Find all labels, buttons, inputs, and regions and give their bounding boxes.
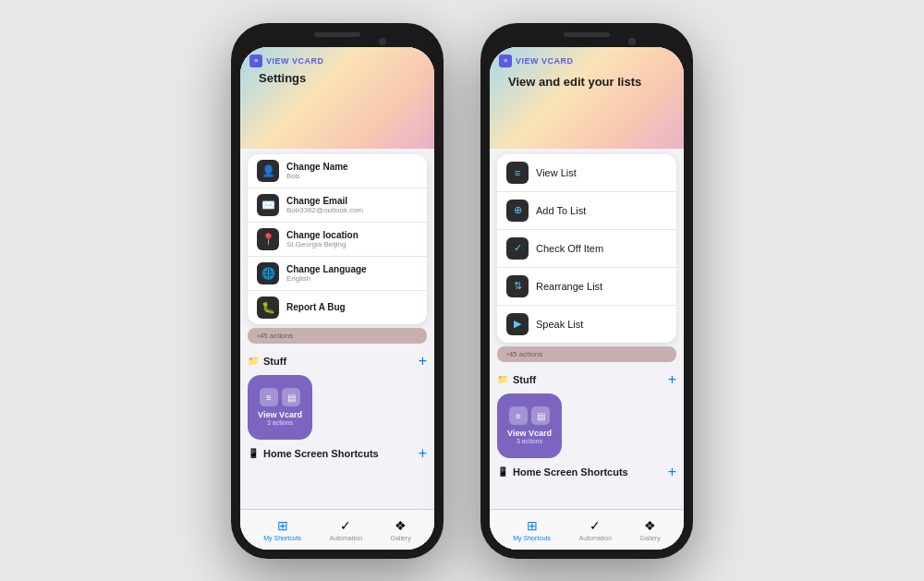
tab-label-shortcuts-1: My Shortcuts [263, 535, 301, 541]
home-plus-1[interactable]: + [419, 445, 427, 462]
list-item-rearrange[interactable]: ⇅ Rearrange List [497, 268, 676, 306]
vcard-label-1: VIEW VCARD [266, 56, 324, 66]
tab-my-shortcuts-2[interactable]: ⊞ My Shortcuts [513, 518, 551, 541]
phone-1-screen: ≡ VIEW VCARD Settings 👤 Change Name Bob [240, 47, 434, 550]
more-actions-2[interactable]: ›45 actions [497, 346, 676, 362]
stuff-plus-2[interactable]: + [668, 371, 676, 388]
automation-icon-2: ✓ [590, 518, 601, 533]
gallery-icon-2: ❖ [644, 518, 656, 533]
vcard-badge-1: ≡ VIEW VCARD [249, 54, 425, 67]
rearrange-title: Rearrange List [536, 281, 602, 292]
language-icon: 🌐 [257, 262, 279, 284]
automation-icon-1: ✓ [340, 518, 351, 533]
phone-2-camera [628, 38, 636, 45]
stuff-plus-1[interactable]: + [419, 353, 427, 369]
change-location-title: Change location [286, 230, 359, 240]
list-items: ≡ View List ⊕ Add To List ✓ Check Off It… [497, 154, 676, 343]
stuff-folder-icon-1: 📁 [248, 356, 259, 366]
phone-2-speaker [564, 32, 610, 37]
vcard-label-2: VIEW VCARD [516, 56, 574, 66]
settings-item-email[interactable]: ✉️ Change Email Bob3362@outlook.com [248, 188, 427, 223]
tab-label-automation-1: Automation [330, 535, 362, 541]
check-off-icon: ✓ [506, 237, 529, 260]
change-name-subtitle: Bob [286, 172, 348, 180]
stuff-folder-icon-2: 📁 [497, 374, 508, 384]
settings-item-language[interactable]: 🌐 Change Language English [248, 257, 427, 291]
card-subtitle-2: 3 actions [507, 438, 552, 444]
contact-icon-card-2: ▤ [531, 406, 550, 425]
speak-title: Speak List [536, 319, 583, 330]
tab-gallery-2[interactable]: ❖ Gallery [640, 518, 661, 541]
bug-icon: 🐛 [257, 297, 279, 319]
view-edit-title: View and edit your lists [499, 71, 675, 89]
phone-1-content: ≡ VIEW VCARD Settings 👤 Change Name Bob [240, 47, 434, 550]
tab-label-gallery-1: Gallery [391, 535, 411, 541]
list-item-speak[interactable]: ▶ Speak List [497, 306, 676, 343]
phone-2: ≡ VIEW VCARD View and edit your lists ≡ … [480, 23, 693, 559]
tab-automation-1[interactable]: ✓ Automation [330, 518, 362, 541]
phone-2-content: ≡ VIEW VCARD View and edit your lists ≡ … [490, 47, 684, 550]
contact-icon-card-1: ▤ [282, 388, 300, 406]
list-item-check-off[interactable]: ✓ Check Off Item [497, 230, 676, 268]
add-to-list-icon: ⊕ [506, 200, 529, 222]
rearrange-icon: ⇅ [506, 275, 529, 297]
stuff-title-1: Stuff [263, 356, 286, 367]
home-shortcuts-title-2: Home Screen Shortcuts [513, 466, 628, 478]
gradient-header-1: ≡ VIEW VCARD Settings [240, 47, 434, 149]
phone-notch [300, 32, 374, 43]
change-name-title: Change Name [286, 162, 348, 172]
phone-2-notch [550, 32, 624, 43]
more-actions-1[interactable]: ›45 actions [248, 328, 427, 344]
my-shortcuts-icon-1: ⊞ [277, 518, 288, 533]
change-language-title: Change Language [286, 264, 367, 274]
change-language-subtitle: English [286, 274, 367, 283]
settings-item-location[interactable]: 📍 Change location St.Georgia Beijing [248, 223, 427, 257]
check-off-title: Check Off Item [536, 243, 603, 254]
tab-label-gallery-2: Gallery [640, 535, 661, 541]
person-icon: 👤 [257, 160, 279, 182]
tab-bar-1: ⊞ My Shortcuts ✓ Automation ❖ Gallery [240, 509, 434, 550]
tab-bar-2: ⊞ My Shortcuts ✓ Automation ❖ Gallery [490, 509, 684, 550]
settings-item-name[interactable]: 👤 Change Name Bob [248, 154, 427, 188]
home-shortcuts-title-1: Home Screen Shortcuts [263, 448, 379, 459]
email-icon: ✉️ [257, 194, 279, 216]
speak-icon: ▶ [506, 313, 529, 335]
vcard-icon-2: ≡ [499, 54, 512, 67]
settings-list: 👤 Change Name Bob ✉️ Change Email Bob336… [248, 154, 427, 324]
stuff-title-2: Stuff [513, 374, 536, 385]
view-vcard-card-2[interactable]: ≡ ▤ View Vcard 3 actions [497, 393, 562, 458]
phone-speaker [314, 32, 360, 37]
home-shortcuts-2: 📱 Home Screen Shortcuts + [490, 460, 684, 490]
tab-label-automation-2: Automation [579, 535, 612, 541]
add-to-list-title: Add To List [536, 205, 586, 216]
shortcut-cards-2: ≡ ▤ View Vcard 3 actions [497, 393, 676, 458]
view-list-title: View List [536, 167, 577, 178]
home-shortcuts-1: 📱 Home Screen Shortcuts + [240, 442, 434, 471]
home-icon-2: 📱 [497, 466, 508, 477]
list-item-add-to-list[interactable]: ⊕ Add To List [497, 192, 676, 230]
tab-my-shortcuts-1[interactable]: ⊞ My Shortcuts [263, 518, 301, 541]
shortcut-cards-1: ≡ ▤ View Vcard 3 actions [248, 375, 427, 440]
list-item-view-list[interactable]: ≡ View List [497, 154, 676, 192]
tab-gallery-1[interactable]: ❖ Gallery [391, 518, 411, 541]
location-icon: 📍 [257, 228, 279, 250]
card-subtitle-1: 3 actions [258, 419, 302, 426]
list-icon-card-1: ≡ [260, 388, 278, 406]
phone-2-screen: ≡ VIEW VCARD View and edit your lists ≡ … [490, 47, 684, 550]
tab-label-shortcuts-2: My Shortcuts [513, 535, 551, 541]
stuff-section-2: 📁 Stuff + ≡ ▤ View Vcard [490, 366, 684, 460]
view-list-icon: ≡ [506, 162, 529, 184]
settings-title: Settings [249, 71, 425, 85]
card-title-2: View Vcard [507, 429, 552, 438]
tab-automation-2[interactable]: ✓ Automation [579, 518, 612, 541]
vcard-badge-2: ≡ VIEW VCARD [499, 54, 675, 67]
report-bug-title: Report A Bug [286, 302, 346, 312]
phone-1: ≡ VIEW VCARD Settings 👤 Change Name Bob [231, 23, 444, 559]
home-plus-2[interactable]: + [668, 464, 676, 480]
gallery-icon-1: ❖ [395, 518, 407, 533]
view-vcard-card-1[interactable]: ≡ ▤ View Vcard 3 actions [248, 375, 312, 440]
change-email-title: Change Email [286, 196, 363, 206]
settings-item-bug[interactable]: 🐛 Report A Bug [248, 291, 427, 324]
my-shortcuts-icon-2: ⊞ [527, 518, 538, 533]
card-title-1: View Vcard [258, 410, 302, 419]
